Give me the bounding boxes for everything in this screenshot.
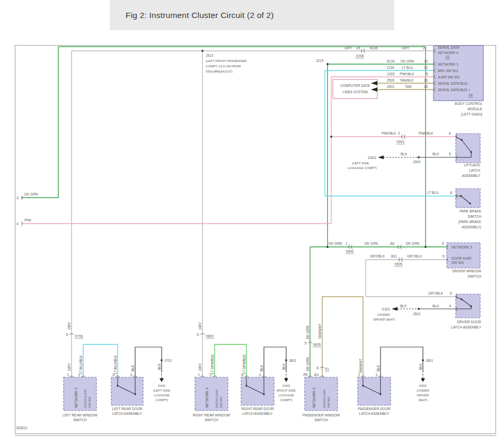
switch-pin-label: SW SIG bbox=[452, 261, 464, 264]
ground-location: DRIVER bbox=[417, 394, 429, 397]
wire-color-label: GRY bbox=[67, 363, 71, 371]
component-name: COMPUTER DATA bbox=[340, 84, 370, 87]
ground-label: G401 bbox=[368, 156, 376, 159]
wire-color-label: BLK bbox=[282, 363, 286, 370]
pin-number: 5 bbox=[442, 242, 444, 245]
wire-color-label: DK GRN bbox=[401, 59, 414, 63]
circuit-number: 6135 bbox=[370, 46, 378, 50]
left-rear-door-latch-assembly: LT BLU/BLK 6 BLK 3 J701 BLK G401 (LEFT S… bbox=[111, 355, 172, 415]
switch-pin-label: NETWORK 4 bbox=[205, 387, 209, 408]
diagram-frame bbox=[15, 46, 496, 434]
wire-color-label: BLK bbox=[131, 365, 135, 371]
j313-dot bbox=[201, 50, 204, 52]
component-name: SWITCH bbox=[73, 418, 87, 422]
component-name: SWITCH bbox=[205, 418, 218, 422]
pin-number: 6 bbox=[450, 291, 452, 295]
pin-number: 3 bbox=[130, 373, 132, 377]
wire-color-label: LT GRN/BLK bbox=[210, 354, 214, 374]
pin-number: 6 bbox=[443, 254, 445, 258]
pin-number: 2 bbox=[209, 373, 211, 377]
wire-color-label: LT GRN/BLK bbox=[242, 354, 246, 374]
ground-location: (LEFT SIDE bbox=[153, 389, 170, 392]
wire-color-label: GRY bbox=[344, 46, 352, 50]
pin-number: 5 bbox=[304, 341, 306, 345]
component-name: LATCH ASSEMBLY bbox=[359, 412, 390, 415]
blk-ground-wires bbox=[135, 156, 456, 383]
junction-label: J219 bbox=[316, 59, 323, 63]
wire-color-label: LT BLU/BLK bbox=[113, 355, 117, 374]
ground-label: G401 bbox=[158, 384, 166, 387]
pin-number: A6 bbox=[390, 242, 394, 245]
circuit-number: 2501 bbox=[387, 85, 395, 88]
diagram-id: 332621 bbox=[16, 426, 28, 430]
wiring-diagram: 332621 bbox=[0, 0, 504, 444]
wire-color-label: BLK bbox=[432, 152, 439, 156]
component-name: LATCH bbox=[469, 168, 480, 172]
component-name: DRIVER DOOR bbox=[457, 320, 481, 324]
junction-label: J502 bbox=[413, 312, 420, 316]
connector-label: X2 bbox=[445, 55, 449, 59]
lt-blu-blk-left-rear-wire bbox=[83, 344, 118, 377]
junction-j313: J313 (LEFT FRONT PASSENGER COMPT, 14.0 C… bbox=[206, 54, 247, 73]
wire-color-label: BLK bbox=[432, 304, 439, 308]
lt-grn-blk-right-rear-wire bbox=[215, 344, 246, 377]
pin-number: 4 bbox=[449, 304, 451, 308]
ground-location: LUGGAGE bbox=[154, 394, 170, 397]
pin-number: 1 bbox=[358, 373, 360, 377]
bcm-pin-label: NETWORK 4 bbox=[438, 51, 458, 55]
connector-label: X901 bbox=[396, 140, 405, 144]
wire-color-label: PNK/BLK bbox=[382, 131, 396, 135]
switch-pin-label: DOOR AJAR bbox=[323, 389, 326, 408]
wire-color-label: BLK bbox=[260, 365, 263, 371]
j601-dot bbox=[422, 359, 424, 361]
pin-number: 1 bbox=[346, 242, 348, 245]
bcm-pin-label: SERIAL DATA BUS + bbox=[438, 88, 471, 92]
component-name: PASSENGER WINDOW bbox=[303, 413, 340, 417]
component-name: DRIVER WINDOW bbox=[452, 269, 482, 273]
pin-number: 12 bbox=[424, 66, 428, 69]
connector-label: X500 bbox=[346, 250, 354, 253]
wire-color-label: DK GRN bbox=[24, 192, 38, 196]
bcm-pin-label: SERIAL DATA bbox=[438, 46, 460, 49]
pin-number: 5 bbox=[197, 333, 199, 336]
connector-label: X605 bbox=[313, 343, 321, 347]
ground-location: LUGGAGE COMPT) bbox=[348, 166, 377, 170]
junction-label: J313 bbox=[206, 54, 213, 57]
component-name: SWITCH bbox=[467, 215, 481, 218]
computer-data-box bbox=[333, 79, 377, 99]
pin-number: B11 bbox=[391, 254, 397, 258]
wire-color-label: PNK/BLK bbox=[419, 131, 434, 135]
component-name: ASSEMBLY) bbox=[462, 225, 481, 229]
pin-number: 1 bbox=[198, 372, 200, 376]
left-rear-window-switch: NETWORK 4 DOOR AJAR SW SIG GRY 5 X706 GR… bbox=[63, 322, 98, 422]
junction-note: X500 BREAKOUT) bbox=[206, 70, 233, 73]
pin-number: 25 bbox=[424, 85, 428, 88]
j502-dot bbox=[418, 308, 420, 310]
switch-pin-label: NETWORK 3 bbox=[452, 245, 472, 249]
pin-number: 4 bbox=[16, 222, 19, 226]
j801-dot bbox=[285, 359, 287, 361]
circuit-number: 1303 bbox=[387, 72, 395, 76]
ground-location: (UNDER bbox=[377, 313, 390, 316]
pin-number: B3 bbox=[314, 373, 319, 377]
wire-color-label: TAN/BLK bbox=[400, 78, 414, 82]
wire-color-label: DK GRN bbox=[406, 242, 420, 245]
component-name: (PARK BRAKE bbox=[458, 220, 482, 224]
passenger-window-switch: NETWORK 3 DOOR AJAR SW SIG DK GRN 5 X605… bbox=[303, 324, 340, 422]
switch-pin-label: NETWORK 4 bbox=[74, 387, 78, 408]
pin-number: 10 bbox=[424, 59, 428, 63]
pin-number: 6 bbox=[316, 366, 319, 370]
wire-color-label: BLK bbox=[401, 152, 408, 156]
circuit-number: 1134 bbox=[387, 66, 394, 69]
connector-label: X706 bbox=[75, 334, 83, 338]
switch-pin-label: NETWORK 3 bbox=[312, 387, 316, 408]
wire-color-label: GRY/BLK bbox=[428, 291, 444, 295]
wire-color-label: DK GRN bbox=[329, 242, 342, 245]
junction-dot bbox=[425, 246, 427, 248]
switch-pin-label: DOOR AJAR bbox=[452, 256, 472, 260]
ground-location: LUGGAGE bbox=[278, 394, 294, 397]
liftgate-latch-assembly: PNK/BLK 2 X901 PNK/BLK 6 G401 (LEFT SIDE… bbox=[348, 131, 481, 177]
pin-number: 5 bbox=[66, 333, 68, 336]
dk-grn-network3-wire bbox=[21, 47, 447, 377]
switch-pin-label: SW SIG bbox=[327, 396, 330, 408]
